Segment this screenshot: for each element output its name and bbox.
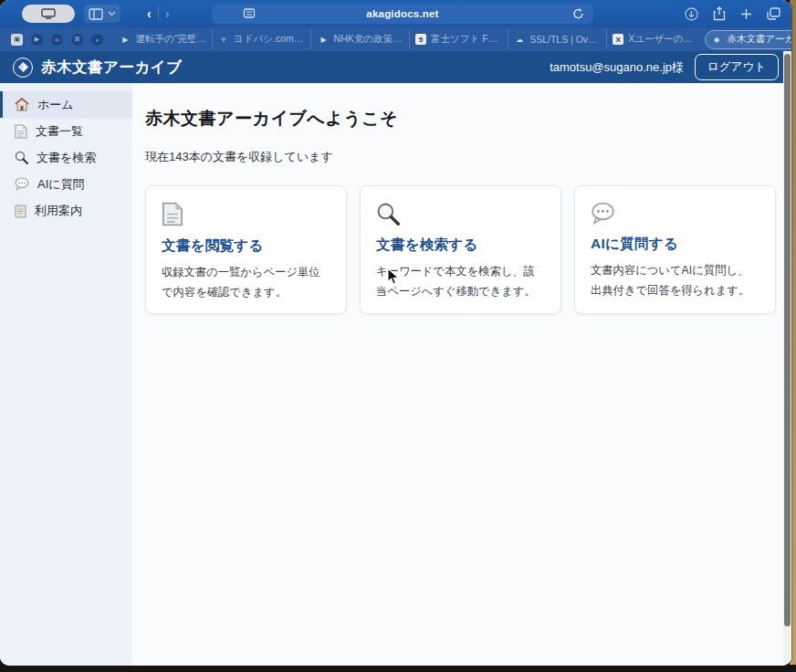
chat-icon [15,177,29,191]
pinned-favicon-4[interactable]: ⌘ [71,34,83,46]
document-count-text: 現在143本の文書を収録しています [145,149,791,165]
sidebar-item-guide[interactable]: 利用案内 [0,197,132,224]
new-tab-button[interactable] [740,8,752,20]
pinned-favicon-1[interactable]: ▣ [11,34,23,46]
reload-button[interactable] [572,7,584,20]
tab-overview-button[interactable] [767,7,780,20]
play-icon: ▶ [120,34,131,45]
tab-youtube-2[interactable]: ▶ NHK党の政策… [310,29,409,49]
display-icon [41,8,56,19]
tab-x-users[interactable]: X Xユーザーの皆… [606,29,705,49]
page-settings-button[interactable] [243,7,256,19]
chevron-down-icon [108,11,116,16]
sidebar-item-ask-ai[interactable]: AIに質問 [0,171,132,197]
sidebar-item-label: 文書一覧 [36,123,83,140]
new-tab-icon [740,8,752,20]
pinned-tabs: ▣ ▶ ∞ ⌘ ◗ [7,34,109,46]
browser-toolbar: ‹ › akagidocs.net [0,0,791,27]
sidebar-item-label: ホーム [37,97,74,113]
page-title: 赤木文書アーカイブへようこそ [145,107,791,131]
app-header: 赤木文書アーカイブ tamotsu@sugano.ne.jp様 ログアウト [0,51,791,83]
forward-button[interactable]: › [158,6,176,21]
sidebar-item-label: AIに質問 [37,176,85,193]
downloads-button[interactable] [685,7,698,21]
app-title: 赤木文書アーカイブ [41,58,183,78]
card-search-documents[interactable]: 文書を検索する キーワードで本文を検索し、該当ページへすぐ移動できます。 [360,185,561,314]
search-icon [15,151,28,164]
feature-cards: 文書を閲覧する 収録文書の一覧からページ単位で内容を確認できます。 文書を検索す… [145,185,791,314]
tab-overview-icon [767,7,780,20]
sidebar-item-home[interactable]: ホーム [0,91,132,118]
tabs-strip: ▶ 運転手の“完璧… Y ヨドバシ.com -… ▶ NHK党の政策… 5 富士… [114,27,791,51]
sidebar-item-label: 利用案内 [35,203,82,219]
card-ask-ai[interactable]: AIに質問する 文書内容についてAIに質問し、出典付きで回答を得られます。 [574,185,776,314]
card-title: AIに質問する [591,235,759,254]
document-icon [15,124,27,139]
app-logo [13,58,33,78]
page-settings-icon [243,7,256,19]
main-content: 赤木文書アーカイブへようこそ 現在143本の文書を収録しています 文書を閲覧する… [132,83,791,666]
card-title: 文書を検索する [376,236,545,255]
pinned-favicon-2[interactable]: ▶ [31,34,43,46]
scrollbar-track[interactable] [783,51,791,666]
play-icon: ▶ [319,34,330,45]
sidebar-toggle-button[interactable] [84,5,120,23]
display-button[interactable] [22,5,75,23]
x-icon: X [613,34,623,45]
home-icon [15,98,29,111]
logout-button[interactable]: ログアウト [695,54,779,80]
reload-icon [572,7,584,20]
channel5-icon: 5 [415,34,426,45]
url-bar[interactable]: akagidocs.net [212,4,593,24]
url-text: akagidocs.net [366,8,438,19]
user-email: tamotsu@sugano.ne.jp様 [550,59,684,76]
share-icon [713,6,726,21]
tab-ssltls[interactable]: ☁ SSL/TLS | Ove… [508,29,606,49]
browser-window: ‹ › akagidocs.net [0,0,791,666]
diamond-logo-icon [18,62,28,72]
sidebar-toggle-icon [89,8,103,20]
card-title: 文書を閲覧する [162,236,330,256]
card-description: キーワードで本文を検索し、該当ページへすぐ移動できます。 [376,262,545,301]
tab-youtube-1[interactable]: ▶ 運転手の“完璧… [114,29,212,49]
tab-fujisoft[interactable]: 5 富士ソフト FSO… [409,29,508,49]
back-button[interactable]: ‹ [141,6,158,21]
card-browse-documents[interactable]: 文書を閲覧する 収録文書の一覧からページ単位で内容を確認できます。 [145,185,347,314]
sidebar-item-search[interactable]: 文書を検索 [0,144,132,171]
card-description: 収録文書の一覧からページ単位で内容を確認できます。 [162,263,330,302]
sidebar-item-label: 文書を検索 [37,150,96,166]
scrollbar-thumb[interactable] [784,54,791,626]
chat-icon [591,202,615,225]
sidebar: ホーム 文書一覧 文書を検索 [0,83,132,666]
tab-akagi-archive-active[interactable]: ◆ 赤木文書アーカイブ [705,30,791,49]
tab-yodobashi[interactable]: Y ヨドバシ.com -… [212,29,310,49]
search-icon [376,202,400,226]
share-button[interactable] [713,6,726,21]
cloud-icon: ☁ [514,34,525,45]
card-description: 文書内容についてAIに質問し、出典付きで回答を得られます。 [591,261,759,300]
sidebar-item-documents[interactable]: 文書一覧 [0,118,132,144]
downloads-icon [685,7,698,21]
document-icon [162,202,183,226]
pinned-favicon-5[interactable]: ◗ [91,34,103,46]
yodobashi-icon: Y [218,34,229,45]
tab-bar: ▣ ▶ ∞ ⌘ ◗ ▶ 運転手の“完璧… Y ヨドバシ.com -… ▶ NHK… [0,27,791,51]
pinned-favicon-3[interactable]: ∞ [51,34,63,46]
diamond-icon: ◆ [711,34,722,45]
clipboard-icon [15,204,26,218]
